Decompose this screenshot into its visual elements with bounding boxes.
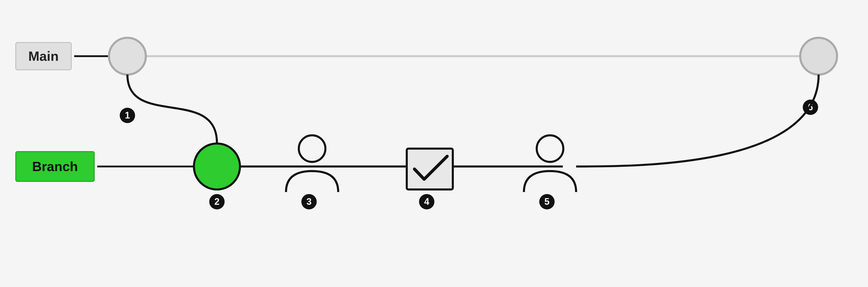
main-end-circle [800,38,837,75]
person1-head [299,135,326,162]
main-start-circle [109,38,146,75]
person1-body [286,171,338,192]
person2-head [537,135,563,162]
person2-body [524,171,576,192]
branch-fork-curve [127,75,217,143]
diagram-svg [0,0,868,287]
diagram-container: Main Branch 1 2 3 4 5 6 [0,0,868,287]
branch-merge-curve [576,75,818,167]
branch-start-circle [194,143,240,189]
